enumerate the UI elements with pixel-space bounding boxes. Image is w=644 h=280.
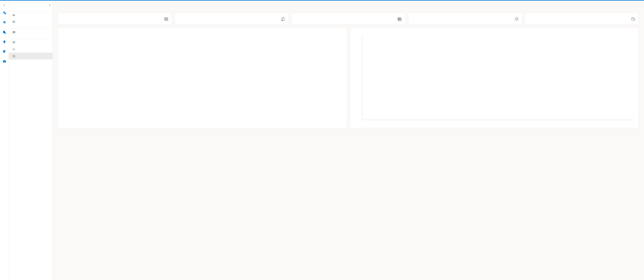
sensitivity-icon: [12, 54, 16, 58]
y-axis-title: [355, 35, 356, 121]
catalog-icon: [12, 20, 16, 24]
policy-icon: [2, 50, 6, 54]
glossary-icon: [12, 41, 16, 44]
classifications-icon: [12, 47, 16, 51]
sidebar-section-curation: [9, 36, 52, 38]
y-axis: [356, 35, 362, 120]
svg-rect-8: [13, 31, 15, 33]
sidebar-item-data-stewardship[interactable]: [9, 12, 52, 18]
data-catalog-icon: [2, 21, 6, 25]
kpi-total-assets-labeled[interactable]: [58, 13, 172, 24]
sidebar-item-catalog-adoption[interactable]: [9, 18, 52, 25]
svg-rect-15: [399, 18, 402, 21]
sidebar-item-classifications[interactable]: [9, 46, 52, 53]
panel-top-sources: [58, 28, 347, 128]
tag-icon: [514, 17, 519, 22]
data-estate-icon: [2, 30, 6, 34]
rail-item-management[interactable]: [1, 58, 8, 65]
sidebar-item-glossary[interactable]: [9, 39, 52, 46]
sidebar: «: [9, 0, 53, 280]
rail-item-data-map[interactable]: [1, 9, 8, 17]
page-header: [58, 4, 639, 9]
stewardship-icon: [12, 13, 16, 17]
kpi-sources-labeled[interactable]: [525, 13, 639, 24]
no-data-message: [63, 35, 342, 124]
svg-point-9: [14, 48, 14, 49]
sidebar-section-health: [9, 8, 52, 11]
toolbox-icon: [2, 59, 6, 63]
svg-rect-0: [4, 13, 6, 14]
source-icon: [631, 17, 635, 22]
svg-rect-14: [398, 18, 401, 20]
double-chevron-right-icon: »: [4, 3, 5, 7]
panel-top-labels: [350, 28, 639, 128]
svg-rect-13: [164, 18, 168, 21]
svg-rect-7: [13, 21, 15, 23]
lightbulb-icon: [2, 40, 6, 44]
kpi-files-labeled[interactable]: [175, 13, 288, 24]
rail-item-insights[interactable]: [1, 38, 8, 46]
grid-icon: [164, 17, 168, 22]
icon-rail: »: [0, 0, 9, 280]
rail-item-data-catalog[interactable]: [1, 19, 8, 26]
kpi-tables-labeled[interactable]: [292, 13, 405, 24]
svg-point-1: [4, 21, 5, 22]
svg-point-17: [632, 17, 634, 19]
table-icon: [398, 17, 402, 22]
data-map-icon: [2, 11, 6, 15]
rail-item-data-estate[interactable]: [1, 29, 8, 36]
assets-icon: [12, 30, 16, 34]
bars-area: [362, 35, 634, 120]
svg-point-16: [516, 18, 517, 19]
sidebar-collapse-button[interactable]: «: [9, 2, 52, 8]
sidebar-section-inventory: [9, 25, 52, 28]
sidebar-item-assets[interactable]: [9, 29, 52, 36]
file-icon: [281, 17, 285, 22]
main-content: [53, 0, 644, 280]
svg-point-2: [3, 31, 5, 32]
double-chevron-left-icon: «: [49, 3, 50, 7]
rail-expand-button[interactable]: »: [0, 2, 9, 8]
chart: [355, 35, 634, 121]
kpi-row: [58, 13, 639, 24]
panel-row: [58, 28, 639, 128]
kpi-unique-labels-found[interactable]: [408, 13, 522, 24]
rail-item-policy[interactable]: [1, 48, 8, 55]
sidebar-item-sensitivity-labels[interactable]: [9, 53, 52, 59]
